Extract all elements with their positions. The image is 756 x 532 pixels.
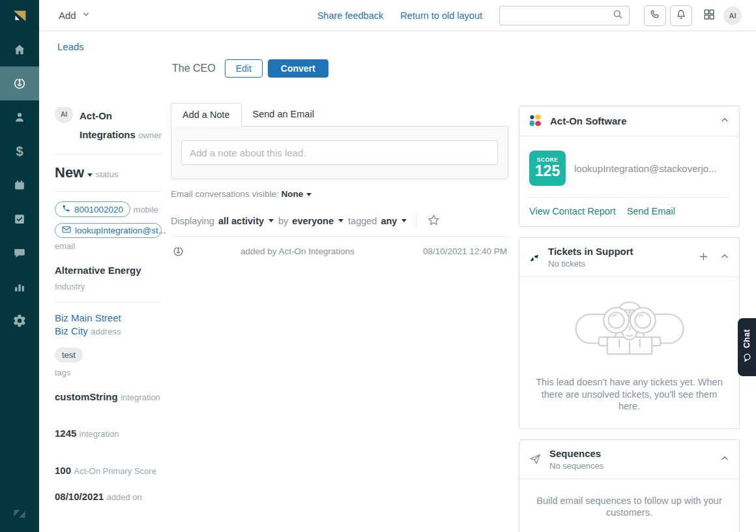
industry-label: Industry	[55, 282, 85, 291]
sidebar-item-tasks[interactable]	[0, 202, 39, 236]
chevron-up-icon	[720, 251, 730, 263]
page-title: The CEO	[172, 63, 216, 74]
activity-added-by: added by Act-On Integrations	[240, 246, 355, 256]
tickets-card-subtitle: No tickets	[548, 259, 633, 269]
tickets-collapse-button[interactable]	[720, 251, 730, 263]
card-tickets: Tickets in Support No tickets	[519, 237, 740, 429]
score-tile: SCORE 125	[529, 151, 566, 186]
owner-label: owner	[138, 130, 161, 140]
tasks-icon	[12, 212, 27, 226]
divider	[55, 302, 162, 303]
bar-chart-icon	[12, 280, 27, 294]
sidebar-item-settings[interactable]	[0, 304, 39, 338]
email-visibility-label: Email conversations visible:	[171, 189, 279, 199]
divider	[55, 191, 162, 192]
tab-send-email[interactable]: Send an Email	[242, 103, 325, 126]
chevron-up-icon	[720, 453, 730, 466]
apps-grid-button[interactable]	[703, 8, 716, 23]
person-icon	[12, 110, 27, 125]
search-icon	[612, 8, 624, 23]
convert-button[interactable]: Convert	[268, 59, 328, 78]
star-icon	[427, 213, 441, 229]
custom-number-value: 1245	[55, 428, 76, 439]
chat-launcher-tab[interactable]: Chat	[738, 318, 756, 376]
sidebar-item-calendar[interactable]	[0, 168, 39, 202]
grid-icon	[703, 8, 716, 23]
leads-icon	[12, 76, 27, 91]
envelope-icon	[62, 226, 71, 235]
email-value: lookupIntegration@st...	[75, 226, 166, 235]
acton-collapse-button[interactable]	[720, 115, 730, 127]
status-value[interactable]: New	[55, 164, 84, 181]
home-icon	[12, 42, 27, 57]
sidebar-item-leads[interactable]	[0, 66, 39, 100]
acton-contact-email: lookupIntegration@stackoverjo...	[574, 163, 717, 174]
note-composer	[171, 126, 508, 179]
mobile-label: mobile	[134, 205, 158, 214]
calendar-icon	[12, 178, 27, 192]
tags-label: tags	[55, 368, 162, 377]
favorites-star-button[interactable]	[427, 213, 441, 229]
card-sequences: Sequences No sequences Build email seque…	[519, 439, 740, 532]
activity-timestamp: 08/10/2021 12:40 PM	[423, 246, 507, 256]
breadcrumb-leads[interactable]: Leads	[57, 41, 84, 52]
caret-down-icon	[401, 219, 407, 222]
card-acton: Act-On Software SCORE 125 lookupIntegrat…	[519, 106, 740, 227]
sequences-collapse-button[interactable]	[720, 453, 730, 466]
owner-name: Act-On Integrations	[80, 110, 136, 140]
dollar-icon: $	[16, 144, 23, 159]
main-content: Leads The CEO Edit Convert AI Act-On Int…	[39, 31, 756, 532]
phone-button[interactable]	[644, 5, 666, 26]
share-feedback-link[interactable]: Share feedback	[317, 10, 384, 21]
tag-pill[interactable]: test	[55, 347, 83, 362]
send-email-link[interactable]: Send Email	[627, 206, 675, 216]
search-input[interactable]	[505, 10, 612, 20]
custom-string-value: customString	[55, 391, 118, 402]
widgets-panel: Act-On Software SCORE 125 lookupIntegrat…	[519, 103, 740, 532]
edit-button[interactable]: Edit	[225, 59, 263, 78]
sidebar-item-home[interactable]	[0, 33, 39, 66]
chevron-down-icon	[81, 10, 91, 21]
email-pill[interactable]: lookupIntegration@st...	[55, 223, 162, 238]
sell-logo-icon	[0, 0, 39, 33]
add-label: Add	[59, 10, 76, 21]
search-box[interactable]	[499, 6, 630, 25]
return-old-layout-link[interactable]: Return to old layout	[400, 10, 482, 21]
mobile-phone-pill[interactable]: 8001002020	[55, 201, 130, 217]
bell-icon	[675, 8, 687, 22]
chat-label: Chat	[742, 329, 751, 348]
view-contact-report-link[interactable]: View Contact Report	[529, 206, 616, 216]
top-bar: Add Share feedback Return to old layout …	[39, 0, 756, 31]
added-on-value: 08/10/2021	[55, 491, 104, 502]
custom-number-label: integration	[80, 429, 119, 439]
address-city-link[interactable]: Biz City	[55, 325, 88, 336]
sidebar-item-contacts[interactable]	[0, 100, 39, 134]
add-ticket-button[interactable]	[698, 251, 709, 264]
lead-activity-icon	[172, 245, 184, 258]
primary-score-value: 100	[55, 465, 71, 476]
status-dropdown[interactable]: New status	[55, 164, 162, 181]
filter-tag-dropdown[interactable]: any	[381, 216, 397, 226]
zendesk-support-icon	[529, 252, 540, 263]
sidebar-item-deals[interactable]: $	[0, 134, 39, 168]
activity-feed-item[interactable]: added by Act-On Integrations 08/10/2021 …	[171, 237, 508, 266]
email-label: email	[55, 241, 162, 251]
phone-icon	[649, 8, 661, 22]
chat-bubble-icon	[12, 246, 27, 260]
sidebar-item-reports[interactable]	[0, 270, 39, 304]
filter-activity-dropdown[interactable]: all activity	[218, 216, 264, 226]
email-visibility-dropdown[interactable]: None	[282, 189, 304, 199]
added-on-label: added on	[107, 492, 142, 502]
add-button[interactable]: Add	[59, 10, 91, 21]
filter-user-dropdown[interactable]: everyone	[292, 216, 334, 226]
notifications-button[interactable]	[670, 5, 692, 26]
address-street-link[interactable]: Biz Main Street	[55, 312, 121, 323]
sequences-card-subtitle: No sequences	[549, 461, 603, 471]
note-input[interactable]	[181, 140, 498, 165]
tab-add-note[interactable]: Add a Note	[171, 103, 242, 126]
tickets-empty-text: This lead doesn't have any tickets yet. …	[535, 376, 723, 413]
sidebar-item-conversations[interactable]	[0, 236, 39, 270]
user-avatar[interactable]: AI	[723, 7, 742, 25]
composer-tabs: Add a Note Send an Email	[171, 103, 508, 126]
primary-score-label: Act-On Primary Score	[74, 466, 156, 476]
